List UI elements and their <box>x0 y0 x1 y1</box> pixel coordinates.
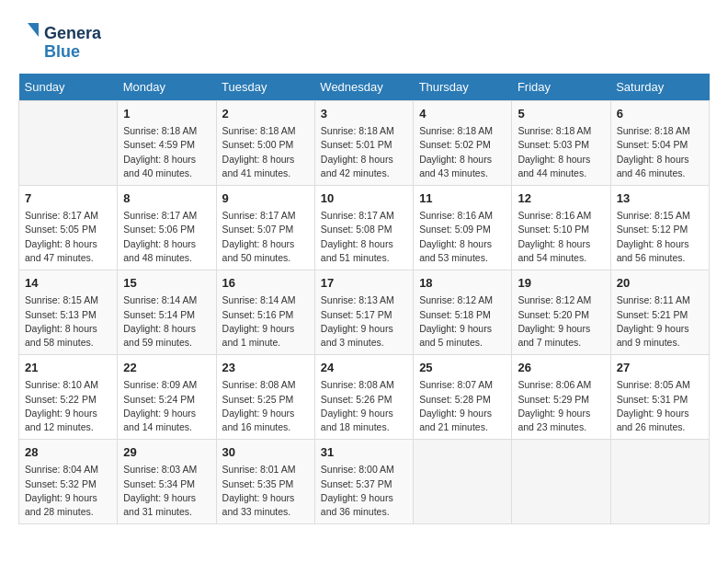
day-info: Sunrise: 8:18 AM Sunset: 5:01 PM Dayligh… <box>321 124 407 180</box>
calendar-cell: 14Sunrise: 8:15 AM Sunset: 5:13 PM Dayli… <box>19 270 118 355</box>
calendar-header-row: SundayMondayTuesdayWednesdayThursdayFrid… <box>19 74 710 101</box>
calendar-cell: 19Sunrise: 8:12 AM Sunset: 5:20 PM Dayli… <box>512 270 610 355</box>
day-info: Sunrise: 8:08 AM Sunset: 5:25 PM Dayligh… <box>222 378 309 434</box>
day-info: Sunrise: 8:18 AM Sunset: 5:00 PM Dayligh… <box>222 124 309 180</box>
calendar-cell: 4Sunrise: 8:18 AM Sunset: 5:02 PM Daylig… <box>414 101 512 186</box>
logo: GeneralBlue <box>18 18 101 64</box>
day-info: Sunrise: 8:18 AM Sunset: 5:04 PM Dayligh… <box>617 124 703 180</box>
day-info: Sunrise: 8:07 AM Sunset: 5:28 PM Dayligh… <box>419 378 506 434</box>
calendar-cell: 22Sunrise: 8:09 AM Sunset: 5:24 PM Dayli… <box>118 355 216 440</box>
day-number: 2 <box>222 106 309 122</box>
day-number: 7 <box>25 190 111 207</box>
calendar-cell: 27Sunrise: 8:05 AM Sunset: 5:31 PM Dayli… <box>610 355 709 440</box>
day-number: 4 <box>419 106 506 122</box>
header-friday: Friday <box>512 74 610 101</box>
calendar-cell: 24Sunrise: 8:08 AM Sunset: 5:26 PM Dayli… <box>314 355 413 440</box>
calendar-cell: 17Sunrise: 8:13 AM Sunset: 5:17 PM Dayli… <box>314 270 413 355</box>
calendar-cell: 7Sunrise: 8:17 AM Sunset: 5:05 PM Daylig… <box>19 186 118 270</box>
day-number: 8 <box>123 190 210 207</box>
svg-text:Blue: Blue <box>44 42 80 61</box>
calendar-cell: 29Sunrise: 8:03 AM Sunset: 5:34 PM Dayli… <box>118 440 216 524</box>
calendar-cell: 13Sunrise: 8:15 AM Sunset: 5:12 PM Dayli… <box>610 186 709 270</box>
day-number: 5 <box>518 106 604 122</box>
day-info: Sunrise: 8:00 AM Sunset: 5:37 PM Dayligh… <box>321 463 407 519</box>
header-saturday: Saturday <box>610 74 709 101</box>
day-info: Sunrise: 8:15 AM Sunset: 5:13 PM Dayligh… <box>25 293 111 350</box>
calendar-cell: 1Sunrise: 8:18 AM Sunset: 4:59 PM Daylig… <box>118 101 216 186</box>
day-number: 17 <box>321 275 407 292</box>
calendar-cell: 25Sunrise: 8:07 AM Sunset: 5:28 PM Dayli… <box>414 355 512 440</box>
day-number: 27 <box>617 360 703 376</box>
page-header: GeneralBlue <box>18 18 710 64</box>
day-number: 24 <box>321 360 407 376</box>
calendar-cell: 12Sunrise: 8:16 AM Sunset: 5:10 PM Dayli… <box>512 186 610 270</box>
day-info: Sunrise: 8:09 AM Sunset: 5:24 PM Dayligh… <box>123 378 210 434</box>
week-row-2: 7Sunrise: 8:17 AM Sunset: 5:05 PM Daylig… <box>19 186 710 270</box>
header-tuesday: Tuesday <box>216 74 314 101</box>
day-number: 9 <box>222 190 309 207</box>
day-info: Sunrise: 8:11 AM Sunset: 5:21 PM Dayligh… <box>617 293 703 350</box>
day-info: Sunrise: 8:12 AM Sunset: 5:18 PM Dayligh… <box>419 293 506 350</box>
day-number: 30 <box>222 444 309 461</box>
day-info: Sunrise: 8:12 AM Sunset: 5:20 PM Dayligh… <box>518 293 604 350</box>
calendar-cell: 6Sunrise: 8:18 AM Sunset: 5:04 PM Daylig… <box>610 101 709 186</box>
day-number: 13 <box>617 190 703 207</box>
calendar-cell: 16Sunrise: 8:14 AM Sunset: 5:16 PM Dayli… <box>216 270 314 355</box>
calendar-cell: 31Sunrise: 8:00 AM Sunset: 5:37 PM Dayli… <box>314 440 413 524</box>
day-number: 18 <box>419 275 506 292</box>
calendar-cell: 26Sunrise: 8:06 AM Sunset: 5:29 PM Dayli… <box>512 355 610 440</box>
calendar-cell: 11Sunrise: 8:16 AM Sunset: 5:09 PM Dayli… <box>414 186 512 270</box>
day-info: Sunrise: 8:10 AM Sunset: 5:22 PM Dayligh… <box>25 378 111 434</box>
calendar-cell: 2Sunrise: 8:18 AM Sunset: 5:00 PM Daylig… <box>216 101 314 186</box>
calendar-cell: 5Sunrise: 8:18 AM Sunset: 5:03 PM Daylig… <box>512 101 610 186</box>
day-number: 29 <box>123 444 210 461</box>
calendar-cell: 3Sunrise: 8:18 AM Sunset: 5:01 PM Daylig… <box>314 101 413 186</box>
calendar-cell <box>414 440 512 524</box>
day-info: Sunrise: 8:17 AM Sunset: 5:06 PM Dayligh… <box>123 209 210 265</box>
calendar-cell: 21Sunrise: 8:10 AM Sunset: 5:22 PM Dayli… <box>19 355 118 440</box>
calendar-cell: 23Sunrise: 8:08 AM Sunset: 5:25 PM Dayli… <box>216 355 314 440</box>
day-number: 14 <box>25 275 111 292</box>
week-row-3: 14Sunrise: 8:15 AM Sunset: 5:13 PM Dayli… <box>19 270 710 355</box>
calendar-cell <box>610 440 709 524</box>
day-number: 22 <box>123 360 210 376</box>
day-number: 31 <box>321 444 407 461</box>
calendar-cell <box>512 440 610 524</box>
logo-svg: GeneralBlue <box>18 18 101 64</box>
calendar-cell: 18Sunrise: 8:12 AM Sunset: 5:18 PM Dayli… <box>414 270 512 355</box>
day-info: Sunrise: 8:03 AM Sunset: 5:34 PM Dayligh… <box>123 463 210 519</box>
day-info: Sunrise: 8:13 AM Sunset: 5:17 PM Dayligh… <box>321 293 407 350</box>
calendar-cell <box>19 101 118 186</box>
day-info: Sunrise: 8:18 AM Sunset: 5:03 PM Dayligh… <box>518 124 604 180</box>
day-info: Sunrise: 8:14 AM Sunset: 5:14 PM Dayligh… <box>123 293 210 350</box>
day-number: 3 <box>321 106 407 122</box>
header-wednesday: Wednesday <box>314 74 413 101</box>
day-number: 26 <box>518 360 604 376</box>
header-monday: Monday <box>118 74 216 101</box>
day-number: 10 <box>321 190 407 207</box>
header-sunday: Sunday <box>19 74 118 101</box>
day-info: Sunrise: 8:17 AM Sunset: 5:08 PM Dayligh… <box>321 209 407 265</box>
day-number: 11 <box>419 190 506 207</box>
day-info: Sunrise: 8:16 AM Sunset: 5:10 PM Dayligh… <box>518 209 604 265</box>
header-thursday: Thursday <box>414 74 512 101</box>
day-info: Sunrise: 8:18 AM Sunset: 5:02 PM Dayligh… <box>419 124 506 180</box>
svg-marker-0 <box>28 23 39 37</box>
day-number: 28 <box>25 444 111 461</box>
day-number: 25 <box>419 360 506 376</box>
day-info: Sunrise: 8:17 AM Sunset: 5:07 PM Dayligh… <box>222 209 309 265</box>
week-row-1: 1Sunrise: 8:18 AM Sunset: 4:59 PM Daylig… <box>19 101 710 186</box>
calendar-cell: 20Sunrise: 8:11 AM Sunset: 5:21 PM Dayli… <box>610 270 709 355</box>
day-info: Sunrise: 8:18 AM Sunset: 4:59 PM Dayligh… <box>123 124 210 180</box>
calendar-cell: 28Sunrise: 8:04 AM Sunset: 5:32 PM Dayli… <box>19 440 118 524</box>
day-number: 12 <box>518 190 604 207</box>
day-info: Sunrise: 8:14 AM Sunset: 5:16 PM Dayligh… <box>222 293 309 350</box>
day-info: Sunrise: 8:06 AM Sunset: 5:29 PM Dayligh… <box>518 378 604 434</box>
day-number: 1 <box>123 106 210 122</box>
day-number: 19 <box>518 275 604 292</box>
calendar-cell: 15Sunrise: 8:14 AM Sunset: 5:14 PM Dayli… <box>118 270 216 355</box>
calendar-cell: 8Sunrise: 8:17 AM Sunset: 5:06 PM Daylig… <box>118 186 216 270</box>
day-info: Sunrise: 8:04 AM Sunset: 5:32 PM Dayligh… <box>25 463 111 519</box>
day-number: 23 <box>222 360 309 376</box>
day-number: 21 <box>25 360 111 376</box>
